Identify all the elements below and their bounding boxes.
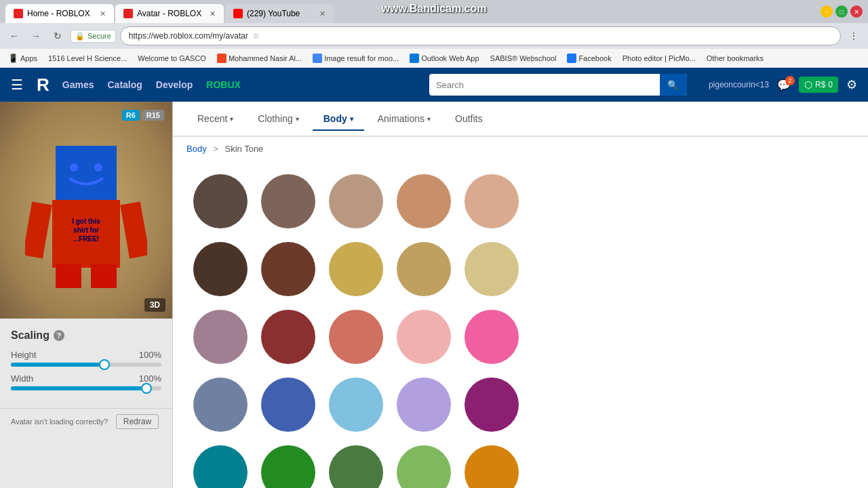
roblox-logo[interactable]: R: [37, 75, 49, 96]
r6-badge[interactable]: R6: [122, 110, 140, 121]
hamburger-menu-icon[interactable]: ☰: [11, 77, 23, 93]
skin-tone-circle[interactable]: [397, 445, 451, 488]
tab-animations[interactable]: Animations ▾: [367, 108, 441, 129]
skin-tone-circle[interactable]: [261, 445, 315, 488]
r15-badge[interactable]: R15: [142, 110, 164, 121]
height-slider-thumb[interactable]: [99, 359, 110, 370]
bookmark-google[interactable]: Image result for moo...: [310, 52, 401, 64]
url-text: https://web.roblox.com/my/avatar: [129, 31, 248, 41]
height-slider-row: Height 100%: [11, 350, 161, 367]
tab-label-avatar: Avatar - ROBLOX: [137, 9, 201, 18]
tab-close-avatar[interactable]: ✕: [210, 9, 216, 18]
search-bar: 🔍: [429, 74, 687, 96]
scaling-info-icon[interactable]: ?: [54, 330, 64, 341]
back-button[interactable]: ←: [5, 27, 23, 45]
skin-tone-circle[interactable]: [465, 445, 519, 488]
skin-tone-circle[interactable]: [329, 445, 383, 488]
search-button[interactable]: 🔍: [660, 74, 687, 96]
width-slider-thumb[interactable]: [141, 383, 152, 394]
nav-games[interactable]: Games: [62, 79, 94, 90]
bookmark-apps[interactable]: 📱 Apps: [5, 52, 40, 64]
bookmark-icon-nasir: [217, 54, 226, 63]
skin-tone-circle[interactable]: [193, 445, 248, 488]
bookmark-nasir[interactable]: Mohammed Nasir Al...: [214, 52, 304, 64]
skin-tone-circle[interactable]: [397, 174, 451, 228]
bookmark-picmo[interactable]: Photo editor | PicMo...: [620, 53, 698, 64]
skin-tone-circle[interactable]: [193, 242, 248, 296]
view-3d-badge[interactable]: 3D: [144, 298, 165, 312]
tab-outfits[interactable]: Outfits: [444, 108, 493, 129]
nav-robux[interactable]: ROBUX: [206, 79, 241, 90]
bookmark-facebook[interactable]: Facebook: [564, 52, 614, 64]
tab-avatar-roblox[interactable]: Avatar - ROBLOX ✕: [115, 4, 224, 23]
skin-tone-circle[interactable]: [465, 310, 519, 364]
tab-close-home[interactable]: ✕: [100, 9, 106, 18]
svg-rect-1: [25, 201, 52, 258]
tab-home-roblox[interactable]: Home - ROBLOX ✕: [5, 4, 114, 23]
height-label: Height: [11, 350, 37, 360]
bookmarks-bar: 📱 Apps 1516 Level H Science... Welcome t…: [0, 49, 868, 68]
skin-tone-circle[interactable]: [465, 174, 519, 228]
roblox-navbar: ☰ R Games Catalog Develop ROBUX 🔍 pigeon…: [0, 68, 868, 102]
bookmark-gasco[interactable]: Welcome to GASCO: [135, 53, 209, 64]
window-minimize[interactable]: −: [821, 5, 833, 18]
tab-recent[interactable]: Recent ▾: [186, 108, 244, 129]
tab-youtube[interactable]: (229) YouTube ✕: [225, 4, 334, 23]
tab-animations-label: Animations: [378, 113, 425, 124]
tab-favicon-roblox1: [14, 9, 23, 18]
bookmark-other[interactable]: Other bookmarks: [704, 53, 766, 64]
bookmark-icon-facebook: [567, 54, 576, 63]
scaling-title: Scaling ?: [11, 329, 161, 342]
window-close[interactable]: ✕: [850, 5, 863, 18]
svg-text:I got this: I got this: [72, 218, 100, 225]
width-slider[interactable]: [11, 386, 161, 390]
extensions-button[interactable]: ⋮: [845, 27, 863, 45]
width-value: 100%: [139, 373, 161, 384]
chat-icon-button[interactable]: 💬 2: [777, 79, 791, 92]
nav-catalog[interactable]: Catalog: [107, 79, 142, 90]
window-maximize[interactable]: □: [835, 5, 848, 18]
skin-tone-circle[interactable]: [261, 378, 315, 432]
avatar-version-badges: R6 R15: [122, 110, 164, 121]
avatar-preview: R6 R15: [0, 102, 172, 319]
bookmark-outlook[interactable]: Outlook Web App: [407, 52, 481, 64]
reload-button[interactable]: ↻: [49, 27, 66, 45]
left-panel: R6 R15: [0, 102, 173, 488]
height-slider[interactable]: [11, 363, 161, 367]
robux-button[interactable]: ⬡ R$ 0: [799, 77, 838, 93]
skin-tone-circle[interactable]: [329, 174, 383, 228]
skin-tone-circle[interactable]: [329, 310, 383, 364]
breadcrumb-parent[interactable]: Body: [186, 144, 207, 154]
tab-clothing[interactable]: Clothing ▾: [247, 108, 309, 129]
tab-close-youtube[interactable]: ✕: [319, 9, 326, 18]
skin-tone-circle[interactable]: [261, 242, 315, 296]
nav-develop[interactable]: Develop: [156, 79, 193, 90]
skin-tone-circle[interactable]: [397, 242, 451, 296]
skin-tone-circle[interactable]: [261, 174, 315, 228]
tab-body-label: Body: [323, 113, 347, 124]
skin-tone-circle[interactable]: [193, 310, 248, 364]
forward-button[interactable]: →: [27, 27, 45, 45]
robux-icon: ⬡: [804, 79, 812, 90]
search-input[interactable]: [429, 80, 660, 90]
bookmark-star-icon[interactable]: ☆: [252, 31, 260, 41]
bookmark-sabis[interactable]: SABIS® Webschool: [488, 53, 559, 64]
redraw-button[interactable]: Redraw: [116, 414, 159, 429]
username-label[interactable]: pigeoncourin<13: [709, 80, 769, 89]
svg-point-7: [94, 163, 102, 171]
skin-tone-circle[interactable]: [193, 378, 248, 432]
tab-body[interactable]: Body ▾: [313, 108, 364, 129]
skin-tone-circle[interactable]: [329, 378, 383, 432]
skin-tone-circle[interactable]: [329, 242, 383, 296]
skin-tone-circle[interactable]: [261, 310, 315, 364]
skin-tone-circle[interactable]: [465, 378, 519, 432]
skin-tone-circle[interactable]: [193, 174, 248, 228]
address-bar-input[interactable]: https://web.roblox.com/my/avatar ☆: [120, 26, 841, 45]
scaling-label: Scaling: [11, 329, 50, 342]
tab-clothing-chevron: ▾: [296, 115, 299, 123]
settings-gear-icon[interactable]: ⚙: [846, 77, 857, 92]
skin-tone-circle[interactable]: [397, 378, 451, 432]
skin-tone-circle[interactable]: [397, 310, 451, 364]
skin-tone-circle[interactable]: [465, 242, 519, 296]
bookmark-science[interactable]: 1516 Level H Science...: [45, 53, 130, 64]
